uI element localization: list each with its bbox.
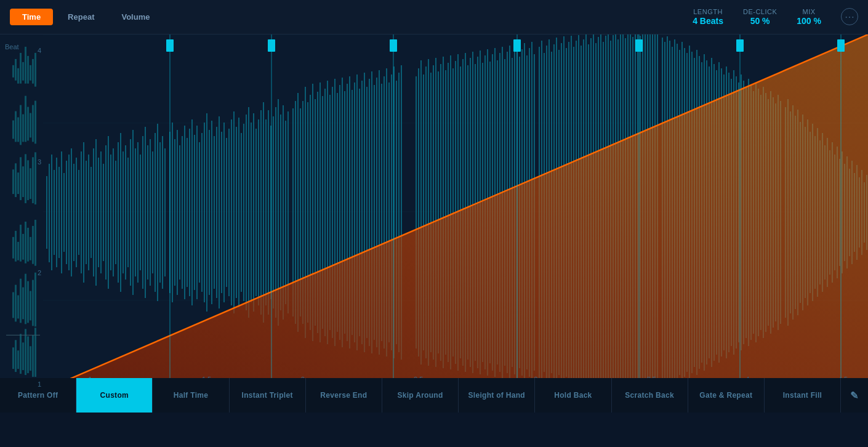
y-label-4: 4 — [5, 47, 41, 54]
declick-value[interactable]: 50 % — [750, 16, 770, 26]
waveform-display[interactable]: // This won't execute in SVG context, so… — [43, 34, 868, 390]
svg-rect-135 — [219, 116, 220, 308]
length-param: Length 4 Beats — [693, 8, 723, 26]
svg-rect-138 — [226, 138, 227, 287]
svg-rect-79 — [78, 170, 79, 255]
svg-rect-148 — [251, 123, 252, 302]
svg-rect-126 — [196, 126, 198, 299]
svg-rect-69 — [54, 170, 55, 255]
svg-rect-405 — [837, 39, 845, 52]
svg-rect-122 — [187, 138, 188, 287]
svg-rect-107 — [147, 145, 148, 280]
svg-rect-118 — [177, 130, 178, 295]
svg-rect-399 — [166, 39, 174, 52]
svg-rect-70 — [56, 158, 57, 267]
btn-custom[interactable]: Custom — [76, 378, 153, 413]
more-button[interactable]: ⋯ — [841, 8, 858, 25]
btn-instant-triplet[interactable]: Instant Triplet — [230, 378, 306, 413]
svg-rect-94 — [115, 161, 116, 264]
mix-value[interactable]: 100 % — [797, 16, 821, 26]
svg-rect-95 — [118, 142, 119, 283]
svg-rect-130 — [206, 113, 207, 312]
svg-rect-72 — [61, 151, 62, 273]
svg-rect-139 — [228, 129, 230, 296]
mix-param: Mix 100 % — [797, 8, 821, 26]
svg-rect-151 — [258, 119, 259, 305]
declick-param: De-click 50 % — [743, 8, 777, 26]
btn-instant-fill[interactable]: Instant Fill — [765, 378, 841, 413]
svg-rect-137 — [223, 123, 225, 302]
svg-rect-92 — [110, 155, 111, 270]
svg-rect-146 — [246, 115, 247, 310]
main-waveform-area: Beat 4 3 2 1 // This won't execute in SV… — [0, 34, 868, 413]
svg-rect-76 — [71, 148, 72, 276]
svg-rect-131 — [209, 130, 210, 295]
svg-rect-158 — [275, 107, 276, 318]
header-params: Length 4 Beats De-click 50 % Mix 100 % ⋯ — [693, 8, 858, 26]
header: Time Repeat Volume Length 4 Beats De-cli… — [0, 0, 868, 34]
svg-rect-162 — [285, 121, 286, 304]
svg-rect-402 — [513, 39, 521, 52]
svg-rect-163 — [287, 111, 289, 313]
svg-rect-145 — [243, 124, 244, 301]
svg-rect-85 — [93, 148, 94, 276]
waveform-svg: // This won't execute in SVG context, so… — [43, 34, 868, 390]
edit-button[interactable]: ✎ — [841, 378, 868, 413]
svg-rect-147 — [248, 107, 249, 318]
tab-time[interactable]: Time — [10, 9, 53, 25]
svg-rect-102 — [135, 148, 136, 276]
svg-rect-144 — [241, 133, 242, 292]
svg-rect-400 — [268, 39, 275, 52]
svg-rect-108 — [150, 139, 151, 286]
btn-sleight-of-hand[interactable]: Sleight of Hand — [459, 378, 535, 413]
svg-rect-403 — [635, 39, 643, 52]
tab-volume[interactable]: Volume — [109, 9, 162, 25]
svg-rect-140 — [231, 119, 232, 305]
svg-rect-133 — [214, 136, 215, 289]
svg-rect-143 — [238, 118, 239, 307]
svg-rect-157 — [273, 116, 274, 308]
svg-rect-99 — [127, 158, 129, 267]
length-value[interactable]: 4 Beats — [693, 16, 723, 26]
btn-reverse-end[interactable]: Reverse End — [306, 378, 382, 413]
svg-rect-81 — [83, 142, 84, 283]
svg-rect-104 — [140, 155, 141, 270]
svg-rect-103 — [137, 142, 139, 283]
svg-rect-155 — [268, 110, 269, 315]
btn-hold-back[interactable]: Hold Back — [535, 378, 611, 413]
svg-rect-100 — [130, 139, 131, 286]
svg-rect-83 — [88, 155, 89, 270]
svg-rect-96 — [120, 133, 121, 292]
svg-rect-121 — [184, 126, 185, 299]
svg-rect-106 — [145, 127, 146, 298]
svg-rect-82 — [86, 161, 87, 264]
svg-rect-120 — [182, 136, 183, 289]
tab-group: Time Repeat Volume — [10, 9, 162, 25]
mix-label: Mix — [803, 8, 816, 16]
svg-rect-153 — [263, 102, 264, 323]
svg-rect-84 — [90, 167, 92, 258]
svg-rect-132 — [211, 121, 212, 304]
svg-rect-111 — [157, 124, 158, 301]
svg-rect-116 — [172, 123, 173, 302]
svg-rect-86 — [95, 139, 97, 286]
svg-rect-89 — [103, 164, 104, 261]
svg-rect-160 — [280, 115, 281, 310]
btn-scratch-back[interactable]: Scratch Back — [612, 378, 688, 413]
svg-rect-124 — [191, 119, 193, 305]
y-axis: 4 3 2 1 — [0, 34, 46, 413]
svg-rect-66 — [46, 176, 47, 249]
bottom-bar: Pattern Off Custom Half Time Instant Tri… — [0, 378, 868, 413]
tab-repeat[interactable]: Repeat — [55, 9, 106, 25]
svg-rect-123 — [189, 129, 190, 296]
btn-skip-around[interactable]: Skip Around — [382, 378, 459, 413]
svg-rect-112 — [159, 142, 161, 283]
btn-half-time[interactable]: Half Time — [153, 378, 229, 413]
svg-rect-93 — [113, 148, 114, 276]
svg-rect-109 — [152, 151, 153, 273]
svg-rect-78 — [76, 158, 77, 267]
btn-gate-repeat[interactable]: Gate & Repeat — [688, 378, 765, 413]
svg-rect-87 — [98, 158, 99, 267]
svg-rect-101 — [132, 130, 134, 295]
svg-rect-136 — [221, 132, 222, 293]
